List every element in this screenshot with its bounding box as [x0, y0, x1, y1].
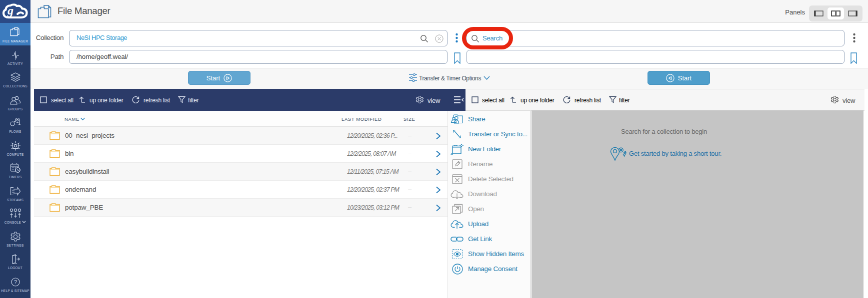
svg-text:g: g [7, 4, 14, 17]
svg-text:?: ? [14, 279, 16, 285]
